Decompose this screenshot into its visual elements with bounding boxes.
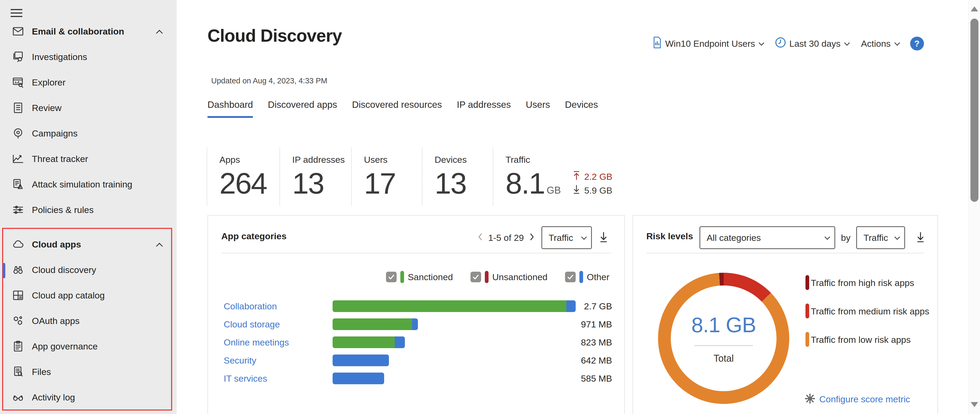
scroll-down-arrow-icon[interactable] (971, 402, 978, 407)
sidebar-item-review[interactable]: Review (0, 95, 177, 121)
category-row-collaboration: Collaboration 2.7 GB (224, 297, 612, 315)
category-link[interactable]: Cloud storage (224, 319, 332, 330)
time-range-selector[interactable]: Last 30 days (775, 37, 848, 50)
category-value: 2.7 GB (584, 301, 612, 311)
sidebar-item-email-collaboration[interactable]: Email & collaboration (0, 19, 177, 44)
stat-value: 13 (292, 169, 351, 198)
sidebar-item-policies-rules[interactable]: Policies & rules (0, 197, 177, 222)
report-selector[interactable]: Win10 Endpoint Users (652, 36, 763, 51)
legend-color-pill (805, 332, 809, 347)
category-link[interactable]: Online meetings (224, 337, 332, 347)
scrollbar-thumb[interactable] (970, 19, 978, 202)
uploaded-traffic: 2.2 GB (573, 170, 612, 184)
sidebar-item-files[interactable]: Files (0, 359, 177, 384)
download-chart-icon[interactable] (599, 231, 608, 244)
actions-menu[interactable]: Actions (861, 38, 899, 49)
configure-score-metric[interactable]: Configure score metric (804, 393, 910, 405)
tab-label: Dashboard (207, 99, 253, 109)
donut-total-label: Total (714, 353, 734, 364)
category-row-it-services: IT services 585 MB (224, 370, 612, 387)
sidebar-item-label: Cloud app catalog (32, 290, 105, 301)
chevron-up-icon (156, 243, 162, 249)
stat-devices: Devices 13 (422, 148, 493, 206)
category-bar (332, 373, 384, 384)
sidebar-item-cloud-apps[interactable]: Cloud apps (0, 232, 177, 257)
sidebar-item-threat-tracker[interactable]: Threat tracker (0, 146, 177, 171)
sidebar-item-oauth-apps[interactable]: OAuth apps (0, 308, 177, 333)
download-chart-icon[interactable] (916, 231, 925, 244)
chevron-right-icon[interactable] (530, 233, 535, 243)
sidebar-item-app-governance[interactable]: App governance (0, 333, 177, 359)
policies-rules-icon (11, 203, 25, 217)
mail-icon (11, 24, 25, 38)
hamburger-menu-icon[interactable] (11, 9, 22, 17)
download-icon (573, 184, 581, 197)
stat-label: Apps (220, 155, 280, 165)
sidebar-item-label: Activity log (32, 392, 75, 403)
legend-unsanctioned[interactable]: Unsanctioned (471, 271, 547, 283)
divider (646, 253, 924, 253)
tab-users[interactable]: Users (526, 99, 550, 118)
stat-apps: Apps 264 (207, 148, 280, 206)
last-updated-text: Updated on Aug 4, 2023, 4:33 PM (211, 76, 327, 85)
investigations-icon (11, 50, 25, 64)
tab-devices[interactable]: Devices (565, 99, 598, 118)
tab-discovered-apps[interactable]: Discovered apps (268, 99, 337, 118)
chevron-down-icon (824, 234, 830, 240)
by-label: by (841, 233, 851, 243)
stat-value: 17 (364, 169, 422, 198)
legend-label: Other (587, 272, 609, 282)
category-link[interactable]: Security (224, 355, 332, 366)
actions-label: Actions (861, 38, 891, 49)
header-toolbar: Win10 Endpoint Users Last 30 days Action… (652, 35, 924, 52)
tab-discovered-resources[interactable]: Discovered resources (352, 99, 442, 118)
tab-dashboard[interactable]: Dashboard (207, 99, 253, 118)
uploaded-value: 2.2 GB (584, 171, 612, 182)
sidebar-item-cloud-app-catalog[interactable]: Cloud app catalog (0, 282, 177, 308)
scroll-up-arrow-icon[interactable] (971, 6, 978, 11)
sidebar-item-attack-simulation-training[interactable]: Attack simulation training (0, 171, 177, 197)
category-link[interactable]: Collaboration (224, 301, 332, 311)
sidebar-item-campaigns[interactable]: Campaigns (0, 121, 177, 146)
category-value: 585 MB (581, 373, 612, 384)
category-link[interactable]: IT services (224, 373, 332, 384)
gear-icon (804, 393, 816, 405)
sidebar-item-cloud-discovery[interactable]: Cloud discovery (0, 257, 177, 282)
tab-ip-addresses[interactable]: IP addresses (457, 99, 511, 118)
sidebar-item-investigations[interactable]: Investigations (0, 44, 177, 70)
category-bar (332, 355, 389, 366)
category-bar (332, 300, 576, 312)
downloaded-value: 5.9 GB (584, 186, 612, 196)
chevron-left-icon[interactable] (478, 233, 482, 243)
tab-label: Devices (565, 99, 598, 109)
cloud-icon (11, 237, 25, 251)
metric-value: Traffic (863, 233, 888, 243)
legend-sanctioned[interactable]: Sanctioned (386, 271, 453, 283)
sidebar-item-label: Threat tracker (32, 154, 88, 164)
category-filter-dropdown[interactable]: All categories (700, 226, 835, 249)
legend-label: Sanctioned (408, 272, 453, 282)
category-value: 823 MB (581, 337, 612, 347)
glasses-icon (11, 390, 25, 404)
sidebar-item-explorer[interactable]: Explorer (0, 70, 177, 95)
chevron-up-icon (156, 30, 162, 36)
sort-by-dropdown[interactable]: Traffic (541, 226, 592, 249)
checkbox-checked-icon (565, 272, 576, 282)
legend-color-pill (805, 275, 809, 290)
stat-traffic: Traffic 8.1GB 2.2 GB 5.9 GB (493, 148, 636, 206)
metric-dropdown[interactable]: Traffic (856, 226, 905, 249)
sidebar-item-label: Explorer (32, 77, 65, 88)
stat-ip-addresses: IP addresses 13 (280, 148, 351, 206)
page-title: Cloud Discovery (207, 25, 342, 46)
legend-label: Traffic from high risk apps (811, 273, 914, 292)
stat-label: Users (364, 155, 422, 165)
attack-simulation-icon (11, 178, 25, 191)
chevron-down-icon (759, 40, 764, 46)
donut-total-value: 8.1 GB (691, 313, 756, 337)
help-button[interactable]: ? (910, 36, 924, 51)
sidebar-item-activity-log[interactable]: Activity log (0, 384, 177, 410)
tab-label: Discovered resources (352, 99, 442, 109)
legend-other[interactable]: Other (565, 271, 609, 283)
review-icon (11, 101, 25, 115)
sidebar-item-label: Review (32, 103, 61, 113)
